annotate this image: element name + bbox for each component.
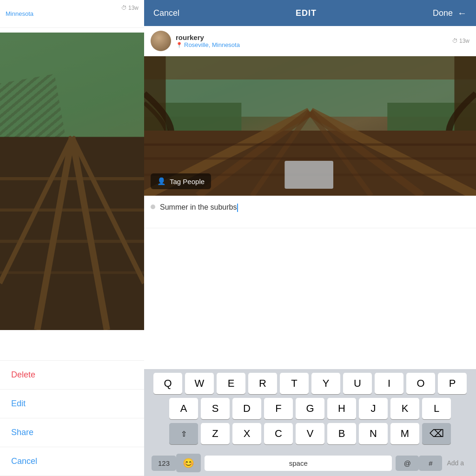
context-menu-share[interactable]: Share (0, 418, 144, 447)
bg-post-image (0, 33, 144, 330)
key-q[interactable]: Q (153, 373, 182, 394)
post-avatar (151, 31, 171, 51)
key-s[interactable]: S (201, 398, 230, 419)
text-cursor (237, 204, 238, 212)
key-m[interactable]: M (390, 423, 419, 444)
key-p[interactable]: P (438, 373, 467, 394)
tag-icon: 👤 (157, 177, 166, 185)
key-k[interactable]: K (390, 398, 419, 419)
keyboard-rows: Q W E R T Y U I O P A S D F G H J K (144, 369, 476, 450)
key-e[interactable]: E (217, 373, 245, 394)
key-r[interactable]: R (248, 373, 277, 394)
background-post: Minnesota ⏱ 13w (0, 0, 144, 476)
svg-rect-0 (0, 33, 144, 137)
post-time: ⏱ 13w (452, 38, 469, 44)
context-menu-delete[interactable]: Delete (0, 361, 144, 390)
space-key[interactable]: space (205, 456, 392, 471)
key-j[interactable]: J (359, 398, 388, 419)
key-f[interactable]: F (264, 398, 293, 419)
key-v[interactable]: V (296, 423, 324, 444)
key-d[interactable]: D (232, 398, 261, 419)
key-l[interactable]: L (422, 398, 451, 419)
caption-text[interactable]: Summer in the suburbs (160, 202, 238, 212)
backspace-key[interactable]: ⌫ (422, 423, 451, 444)
shift-key[interactable]: ⇧ (169, 423, 198, 444)
post-header: rourkery 📍 Roseville, Minnesota ⏱ 13w (144, 26, 476, 56)
key-g[interactable]: G (296, 398, 324, 419)
key-t[interactable]: T (280, 373, 309, 394)
key-i[interactable]: I (375, 373, 403, 394)
photo-area: 👤 Tag People (144, 56, 476, 196)
add-text: Add a (442, 456, 469, 470)
back-arrow-icon[interactable]: ← (457, 8, 467, 19)
caption-dot (151, 205, 155, 209)
context-menu-cancel[interactable]: Cancel (0, 447, 144, 476)
bg-time: ⏱ 13w (121, 5, 139, 11)
key-row-3: ⇧ Z X C V B N M ⌫ (146, 423, 474, 444)
clock-icon: ⏱ (452, 38, 458, 44)
top-nav: Cancel EDIT Done ← (144, 0, 476, 26)
keyboard-toolbar: 123 😊 space @ # Add a (144, 450, 476, 476)
post-username: rourkery (176, 33, 452, 41)
edit-panel: Cancel EDIT Done ← rourkery 📍 Roseville,… (144, 0, 476, 476)
hash-key[interactable]: # (419, 456, 442, 471)
key-c[interactable]: C (264, 423, 293, 444)
svg-rect-26 (284, 161, 333, 189)
edit-title: EDIT (296, 8, 317, 18)
key-z[interactable]: Z (201, 423, 230, 444)
key-h[interactable]: H (327, 398, 356, 419)
bg-location: Minnesota (6, 10, 139, 17)
keyboard: Q W E R T Y U I O P A S D F G H J K (144, 369, 476, 476)
key-row-2: A S D F G H J K L (146, 398, 474, 419)
svg-rect-1 (0, 137, 144, 330)
svg-rect-13 (144, 56, 476, 79)
key-n[interactable]: N (359, 423, 388, 444)
key-a[interactable]: A (169, 398, 198, 419)
bg-post-header: Minnesota ⏱ 13w (0, 0, 144, 28)
key-o[interactable]: O (406, 373, 435, 394)
post-location[interactable]: 📍 Roseville, Minnesota (176, 41, 452, 48)
at-key[interactable]: @ (396, 456, 419, 471)
post-user-info: rourkery 📍 Roseville, Minnesota (176, 33, 452, 48)
context-menu-edit[interactable]: Edit (0, 390, 144, 418)
done-group: Done ← (433, 8, 467, 19)
tag-people-button[interactable]: 👤 Tag People (151, 173, 211, 189)
key-x[interactable]: X (232, 423, 261, 444)
cancel-button[interactable]: Cancel (153, 8, 179, 18)
key-b[interactable]: B (327, 423, 356, 444)
emoji-key[interactable]: 😊 (176, 454, 201, 472)
key-row-1: Q W E R T Y U I O P (146, 373, 474, 394)
key-y[interactable]: Y (311, 373, 340, 394)
caption-area[interactable]: Summer in the suburbs (144, 196, 476, 228)
key-u[interactable]: U (343, 373, 372, 394)
key-w[interactable]: W (185, 373, 214, 394)
numbers-key[interactable]: 123 (152, 456, 176, 471)
context-menu: Delete Edit Share Cancel (0, 360, 144, 476)
done-button[interactable]: Done (433, 8, 453, 18)
location-pin-icon: 📍 (176, 42, 183, 48)
